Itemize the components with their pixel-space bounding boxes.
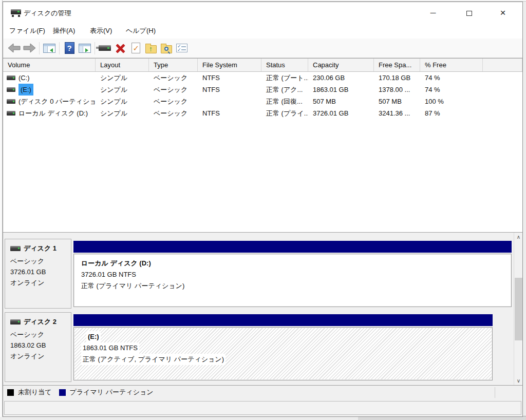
disk2-partition-status: 正常 (アクティブ, プライマリ パーティション) <box>81 354 226 365</box>
scroll-down-arrow-icon[interactable]: ∨ <box>514 376 523 385</box>
forward-arrow-icon <box>23 43 36 53</box>
menu-bar: ファイル(F) 操作(A) 表示(V) ヘルプ(H) <box>3 23 522 39</box>
folder-up-icon: ↑ <box>145 45 157 53</box>
volume-row-c[interactable]: (C:) シンプル ベーシック NTFS 正常 (ブート... 230.06 G… <box>3 72 522 84</box>
selected-volume-label: (E:) <box>18 84 33 96</box>
disk1-status: オンライン <box>10 277 71 288</box>
disk-icon <box>10 319 21 324</box>
delete-x-icon <box>116 43 125 53</box>
toolbar-separator <box>59 42 60 54</box>
menu-view[interactable]: 表示(V) <box>88 23 114 39</box>
folder-explore-icon <box>161 45 172 53</box>
column-status[interactable]: Status <box>261 59 308 71</box>
disk-icon <box>10 246 21 251</box>
volume-row-e-selected[interactable]: (E:) シンプル ベーシック NTFS 正常 (アク... 1863.01 G… <box>3 84 522 96</box>
disk1-partition[interactable]: ローカル ディスク (D:) 3726.01 GB NTFS 正常 (プライマリ… <box>73 241 512 307</box>
column-empty <box>483 59 522 71</box>
help-button[interactable]: ? <box>62 41 77 55</box>
disk2-partition-color-band <box>73 314 493 326</box>
disk1-partition-status: 正常 (プライマリ パーティション) <box>81 280 511 292</box>
scroll-up-arrow-icon[interactable]: ∧ <box>514 233 523 241</box>
disk1-partition-color-band <box>73 241 512 253</box>
primary-partition-swatch <box>59 389 66 396</box>
disk1-info-box[interactable]: ディスク 1 ベーシック 3726.01 GB オンライン <box>5 239 71 309</box>
disk-drive-icon <box>11 9 21 17</box>
disk1-partition-label: ローカル ディスク (D:) <box>81 258 511 269</box>
volume-icon <box>7 111 15 116</box>
legend-divider <box>495 387 495 398</box>
disk-management-window: ディスクの管理 ─ × ファイル(F) 操作(A) 表示(V) ヘルプ(H) <box>3 2 523 417</box>
disk2-partition-selected[interactable]: (E:) 1863.01 GB NTFS 正常 (アクティブ, プライマリ パー… <box>73 314 493 380</box>
status-bar <box>3 399 522 416</box>
maximize-button[interactable] <box>457 2 481 23</box>
show-console-tree-button[interactable] <box>42 41 57 55</box>
disk2-size: 1863.02 GB <box>10 340 71 351</box>
minimize-button[interactable]: ─ <box>421 2 445 23</box>
column-volume[interactable]: Volume <box>3 59 96 71</box>
window-title: ディスクの管理 <box>24 9 71 18</box>
delete-volume-button[interactable] <box>112 41 128 55</box>
column-file-system[interactable]: File System <box>198 59 261 71</box>
column-layout[interactable]: Layout <box>96 59 149 71</box>
forward-button[interactable] <box>22 41 37 55</box>
toolbar-separator <box>39 42 40 54</box>
explore-button[interactable] <box>159 41 174 55</box>
column-capacity[interactable]: Capacity <box>308 59 374 71</box>
disk2-info-box[interactable]: ディスク 2 ベーシック 1863.02 GB オンライン <box>5 312 71 382</box>
back-button[interactable] <box>6 41 22 55</box>
legend-bar: 未割り当て プライマリ パーティション <box>3 385 522 399</box>
show-action-pane-button[interactable] <box>77 41 92 55</box>
action-pane-icon <box>79 44 91 53</box>
disk2-partition-detail: 1863.01 GB NTFS <box>81 342 139 354</box>
menu-help[interactable]: ヘルプ(H) <box>124 23 158 39</box>
checklist-icon: ✓ ✓ <box>176 44 187 52</box>
disk2-kind: ベーシック <box>10 329 71 340</box>
volume-icon <box>7 99 15 104</box>
back-arrow-icon <box>8 43 21 53</box>
graphical-view-pane: ディスク 1 ベーシック 3726.01 GB オンライン ローカル ディスク … <box>3 233 522 385</box>
disk1-size: 3726.01 GB <box>10 266 71 277</box>
volume-row-recovery[interactable]: (ディスク 0 パーティショ... シンプル ベーシック 正常 (回復... 5… <box>3 96 522 107</box>
disk1-partition-detail: 3726.01 GB NTFS <box>81 269 511 280</box>
volume-icon <box>7 87 15 92</box>
column-free-space[interactable]: Free Spa... <box>374 59 420 71</box>
status-bar-field <box>4 401 521 415</box>
device-properties-button[interactable] <box>97 41 112 55</box>
disk1-name: ディスク 1 <box>24 244 57 253</box>
menu-file[interactable]: ファイル(F) <box>7 23 47 39</box>
disk2-name: ディスク 2 <box>24 317 57 327</box>
column-type[interactable]: Type <box>149 59 198 71</box>
disk1-kind: ベーシック <box>10 256 71 266</box>
column-pct-free[interactable]: % Free <box>420 59 483 71</box>
help-icon: ? <box>65 42 74 54</box>
open-button[interactable]: ↑ <box>143 41 159 55</box>
disk-device-icon <box>99 45 111 51</box>
volume-row-d[interactable]: ローカル ディスク (D:) シンプル ベーシック NTFS 正常 (プライ..… <box>3 107 522 119</box>
unallocated-swatch <box>7 389 14 396</box>
disk2-status: オンライン <box>10 351 71 361</box>
primary-partition-label: プライマリ パーティション <box>70 388 154 397</box>
vertical-scrollbar[interactable]: ∧ ∨ <box>514 233 522 385</box>
menu-action[interactable]: 操作(A) <box>51 23 77 39</box>
scrollbar-thumb[interactable] <box>515 278 522 340</box>
properties-button[interactable]: ✓ ✓ <box>174 41 190 55</box>
mark-partition-active-button[interactable]: ✓ <box>128 41 143 55</box>
toolbar: ? ✓ ↑ ✓ ✓ <box>3 39 522 58</box>
title-bar[interactable]: ディスクの管理 ─ × <box>3 2 522 23</box>
toolbar-separator <box>95 42 95 54</box>
close-button[interactable]: × <box>491 2 515 23</box>
disk2-partition-label: (E:) <box>86 331 101 342</box>
volume-list-pane: Volume Layout Type File System Status Ca… <box>3 58 522 233</box>
unallocated-label: 未割り当て <box>18 388 52 397</box>
check-page-icon: ✓ <box>132 43 140 53</box>
volume-icon <box>7 75 15 80</box>
list-header: Volume Layout Type File System Status Ca… <box>3 59 522 72</box>
console-tree-icon <box>43 44 55 53</box>
maximize-icon <box>466 11 472 16</box>
